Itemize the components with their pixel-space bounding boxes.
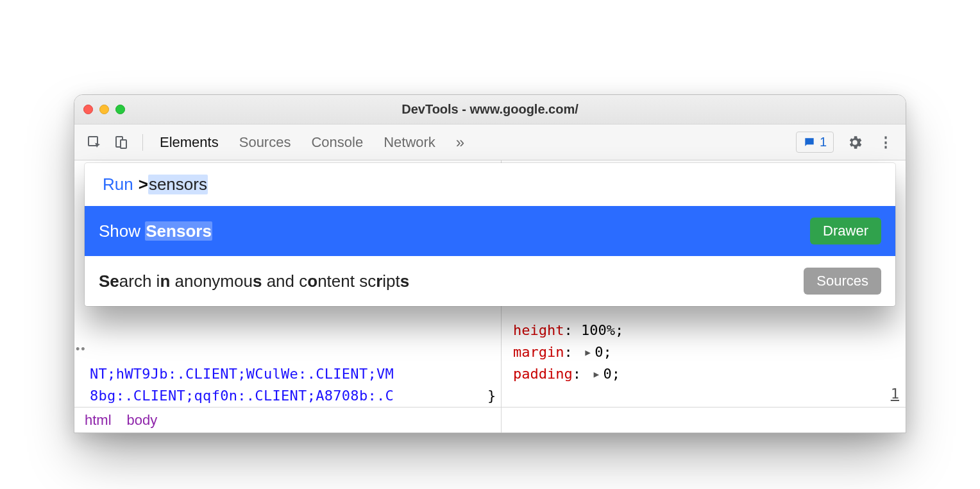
issues-count: 1 <box>820 135 827 150</box>
titlebar: DevTools - www.google.com/ <box>74 95 906 124</box>
gear-icon[interactable] <box>845 133 865 152</box>
resize-handle-icon[interactable]: •• <box>76 343 87 356</box>
svg-rect-2 <box>121 140 126 148</box>
device-toggle-icon[interactable] <box>112 133 131 152</box>
tab-sources[interactable]: Sources <box>238 134 292 151</box>
dom-snippet: NT;hWT9Jb:.CLIENT;WCulWe:.CLIENT;VM 8bg:… <box>90 363 501 407</box>
window-title: DevTools - www.google.com/ <box>74 102 906 117</box>
command-input-row[interactable]: Run >sensors <box>85 163 895 206</box>
line-indicator: 1 <box>891 386 899 402</box>
separator <box>142 134 143 151</box>
run-label: Run <box>103 175 133 194</box>
styles-footer <box>502 407 906 433</box>
command-category-pill: Drawer <box>810 218 881 244</box>
tab-console[interactable]: Console <box>310 134 364 151</box>
issues-button[interactable]: 1 <box>796 132 834 153</box>
command-category-pill: Sources <box>804 268 881 295</box>
command-item[interactable]: Search in anonymous and content scriptsS… <box>85 256 895 306</box>
devtools-toolbar: Elements Sources Console Network » 1 ⋮ <box>74 124 906 160</box>
inspect-element-icon[interactable] <box>85 133 104 152</box>
breadcrumb: html body <box>74 407 501 433</box>
tab-network[interactable]: Network <box>382 134 437 151</box>
command-prefix: > <box>139 175 148 194</box>
tab-elements[interactable]: Elements <box>158 134 220 151</box>
kebab-menu-icon[interactable]: ⋮ <box>876 133 895 152</box>
issues-icon <box>803 136 816 149</box>
command-item[interactable]: Show SensorsDrawer <box>85 206 895 256</box>
css-rules: height: 100%;margin: ▸0;padding: ▸0;} <box>513 320 623 407</box>
command-menu: Run >sensors Show SensorsDrawerSearch in… <box>85 163 895 306</box>
devtools-window: DevTools - www.google.com/ Elements Sour… <box>74 94 906 433</box>
breadcrumb-body[interactable]: body <box>127 412 158 429</box>
breadcrumb-html[interactable]: html <box>85 412 112 429</box>
panel-tabs: Elements Sources Console Network » <box>158 133 466 151</box>
more-tabs-icon[interactable]: » <box>455 133 466 151</box>
command-query: sensors <box>148 175 208 194</box>
